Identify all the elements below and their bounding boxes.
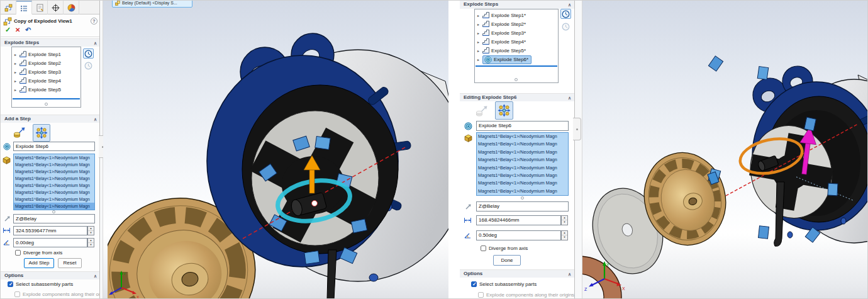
expand-icon[interactable]: ▸ [477,22,481,26]
manipulator-origin-dot[interactable] [312,201,318,206]
explode-distance-input[interactable]: 168.45824466mm [476,215,561,225]
explode-step-row[interactable]: ▸Explode Step5* [476,46,557,55]
spinner-up-icon[interactable]: ▲ [562,216,567,220]
expand-icon[interactable]: ▸ [14,70,18,74]
listbox-resize-handle[interactable] [45,103,48,106]
expand-icon[interactable]: ▸ [477,40,481,44]
explode-step-row[interactable]: ▸Explode Step1 [13,50,80,59]
components-listbox[interactable]: Magnets1^Belay<1>/Neodymium Magn Magnets… [476,132,569,196]
rollforward-button[interactable] [83,60,94,71]
expand-icon[interactable]: ▸ [14,52,18,57]
tab-property-manager[interactable] [16,1,32,14]
component-row[interactable]: Magnets1^Belay<1>/Neodymium Magn [477,172,568,179]
tab-dimxpert[interactable] [48,1,64,14]
component-row-selected[interactable]: Magnets1^Belay<1>/Neodymium Magn [14,203,94,210]
explode-origins-checkbox[interactable] [14,291,20,297]
done-button[interactable]: Done [493,255,521,266]
expand-icon[interactable]: ▸ [14,87,18,92]
explode-step-row[interactable]: ▸Explode Step3 [13,67,80,76]
reset-button[interactable]: Reset [58,258,82,268]
regular-step-mode-button[interactable] [474,103,489,119]
radial-step-mode-button[interactable] [33,124,50,142]
explode-step-row[interactable]: ▸Explode Step5 [13,85,80,94]
help-icon[interactable]: ? [91,18,97,25]
angle-spinner[interactable]: ▲▼ [561,230,568,240]
component-row[interactable]: Magnets1^Belay<1>/Neodymium Magn [14,161,94,168]
explode-step-row-selected[interactable]: ▸ Explode Step6* [476,55,557,64]
confirm-icon[interactable]: ✓ [5,26,11,34]
right-panel-splitter[interactable] [574,1,582,299]
distance-spinner[interactable]: ▲▼ [87,226,94,235]
expand-icon[interactable]: ▸ [14,79,18,83]
rollback-bar-button[interactable] [560,9,571,19]
listbox-resize-handle[interactable] [52,210,55,213]
component-row[interactable]: Magnets1^Belay<1>/Neodymium Magn [14,168,94,175]
rotation-angle-input[interactable]: 0.50deg [476,230,561,240]
expand-icon[interactable]: ▸ [14,61,18,65]
left-graphics-viewport[interactable]: Belay (Default) <Display S... [103,1,448,299]
select-subassembly-checkbox[interactable] [8,281,13,287]
diverge-from-axis-checkbox[interactable] [15,250,21,256]
component-row[interactable]: Magnets1^Belay<1>/Neodymium Magn [477,149,568,156]
tab-exploded-view[interactable] [1,1,16,14]
tab-design-binder[interactable] [32,1,48,14]
spinner-down-icon[interactable]: ▼ [88,231,94,235]
collapse-chevron-icon[interactable]: ∧ [568,1,571,8]
component-row[interactable]: Magnets1^Belay<1>/Neodymium Magn [14,189,94,196]
spinner-down-icon[interactable]: ▼ [562,235,567,240]
component-row[interactable]: Magnets1^Belay<1>/Neodymium Magn [14,154,94,161]
explode-step-row[interactable]: ▸Explode Step3* [476,28,557,37]
listbox-resize-handle[interactable] [521,196,524,200]
explode-step-row[interactable]: ▸Explode Step2 [13,59,80,67]
explode-direction-input[interactable]: Z@Belay [13,214,95,223]
expand-icon[interactable]: ▸ [477,31,481,35]
expand-icon[interactable]: ▸ [477,48,481,53]
rollback-bar-button[interactable] [83,48,94,59]
explode-step-row[interactable]: ▸Explode Step4 [13,76,80,85]
right-panel-collapse-handle[interactable] [573,118,581,140]
component-row[interactable]: Magnets1^Belay<1>/Neodymium Magn [477,156,568,164]
collapse-chevron-icon[interactable]: ∧ [94,273,97,279]
component-row[interactable]: Magnets1^Belay<1>/Neodymium Magn [477,188,568,195]
expand-icon[interactable]: ▸ [477,57,481,62]
component-row[interactable]: Magnets1^Belay<1>/Neodymium Magn [477,133,568,140]
handle-part[interactable] [327,250,337,299]
spinner-down-icon[interactable]: ▼ [88,243,94,247]
angle-spinner[interactable]: ▲▼ [87,238,94,247]
add-step-button[interactable]: Add Step [24,258,54,268]
component-row[interactable]: Magnets1^Belay<1>/Neodymium Magn [477,140,568,148]
expand-icon[interactable]: ▸ [477,13,481,18]
rollforward-button[interactable] [560,21,571,31]
distance-spinner[interactable]: ▲▼ [561,215,568,225]
component-row[interactable]: Magnets1^Belay<1>/Neodymium Magn [477,179,568,187]
regular-step-mode-button[interactable] [11,125,28,141]
spinner-down-icon[interactable]: ▼ [562,220,567,225]
component-row[interactable]: Magnets1^Belay<1>/Neodymium Magn [477,164,568,172]
right-graphics-viewport[interactable]: Y X Z [582,1,868,299]
explode-step-row[interactable]: ▸Explode Step2* [476,20,557,28]
explode-step-row[interactable]: ▸Explode Step1* [476,11,557,20]
step-name-input[interactable]: Explode Step6 [476,121,569,131]
component-row[interactable]: Magnets1^Belay<1>/Neodymium Magn [14,196,94,203]
explode-origins-checkbox[interactable] [478,292,484,298]
components-listbox[interactable]: Magnets1^Belay<1>/Neodymium Magn Magnets… [13,154,95,210]
tab-appearances[interactable] [64,1,79,14]
explode-distance-input[interactable]: 324.55396477mm [13,226,87,235]
explode-step-row[interactable]: ▸Explode Step4* [476,37,557,46]
collapse-chevron-icon[interactable]: ∧ [568,94,571,101]
cancel-icon[interactable]: ✕ [15,26,20,33]
component-row[interactable]: Magnets1^Belay<1>/Neodymium Magn [14,175,94,182]
explode-direction-input[interactable]: Z@Belay [476,201,569,212]
spinner-up-icon[interactable]: ▲ [562,231,567,235]
collapse-chevron-icon[interactable]: ∧ [94,40,97,47]
diverge-from-axis-checkbox[interactable] [481,245,486,251]
undo-icon[interactable]: ↶ [25,26,31,34]
select-subassembly-checkbox[interactable] [471,281,477,287]
radial-step-mode-button[interactable] [495,101,513,120]
rotation-angle-input[interactable]: 0.00deg [13,238,87,247]
listbox-resize-handle[interactable] [515,78,518,81]
component-row[interactable]: Magnets1^Belay<1>/Neodymium Magn [14,182,94,189]
step-name-input[interactable]: Explode Step6 [13,142,95,151]
collapse-chevron-icon[interactable]: ∧ [94,116,97,123]
collapse-chevron-icon[interactable]: ∧ [568,271,571,278]
